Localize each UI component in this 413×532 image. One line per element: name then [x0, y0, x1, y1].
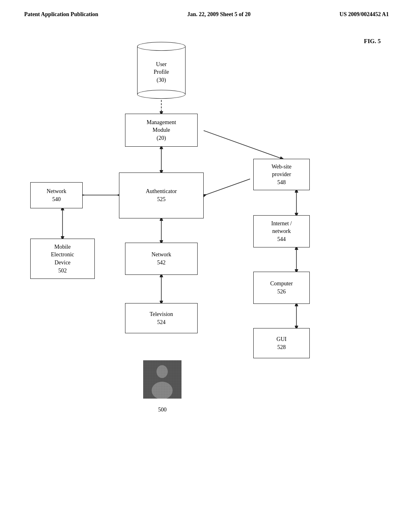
mobile-device-node: Mobile Electronic Device 502	[30, 239, 95, 279]
header: Patent Application Publication Jan. 22, …	[0, 0, 413, 18]
authenticator-label: Authenticator 525	[146, 187, 177, 203]
web-site-provider-label: Web-site provider 548	[271, 163, 291, 187]
television-label: Television 524	[150, 310, 173, 326]
header-center: Jan. 22, 2009 Sheet 5 of 20	[187, 11, 250, 18]
user-profile-node: User Profile (30)	[137, 42, 186, 94]
svg-line-7	[205, 179, 250, 195]
svg-rect-18	[143, 360, 181, 399]
internet-network-node: Internet / network 544	[253, 215, 310, 247]
management-module-node: Management Module (20)	[125, 114, 198, 147]
network-540-label: Network 540	[47, 187, 67, 203]
person-image	[143, 360, 181, 399]
header-left: Patent Application Publication	[24, 11, 98, 18]
television-node: Television 524	[125, 303, 198, 333]
header-right: US 2009/0024452 A1	[340, 11, 389, 18]
network-540-node: Network 540	[30, 182, 83, 208]
management-module-label: Management Module (20)	[146, 118, 176, 142]
web-site-provider-node: Web-site provider 548	[253, 159, 310, 190]
fig-label: FIG. 5	[364, 38, 381, 45]
gui-node: GUI 528	[253, 328, 310, 358]
authenticator-node: Authenticator 525	[119, 172, 204, 218]
network-542-node: Network 542	[125, 243, 198, 275]
mobile-device-label: Mobile Electronic Device 502	[51, 243, 74, 274]
user-profile-label: User Profile (30)	[154, 60, 169, 84]
computer-label: Computer 526	[270, 280, 293, 295]
person-silhouette-svg	[143, 360, 181, 399]
diagram-number: 500	[158, 407, 167, 413]
svg-line-8	[204, 131, 282, 159]
diagram-area: FIG. 5	[0, 22, 413, 513]
internet-network-label: Internet / network 544	[271, 220, 292, 243]
network-542-label: Network 542	[152, 251, 171, 266]
gui-label: GUI 528	[277, 335, 287, 351]
computer-node: Computer 526	[253, 272, 310, 304]
